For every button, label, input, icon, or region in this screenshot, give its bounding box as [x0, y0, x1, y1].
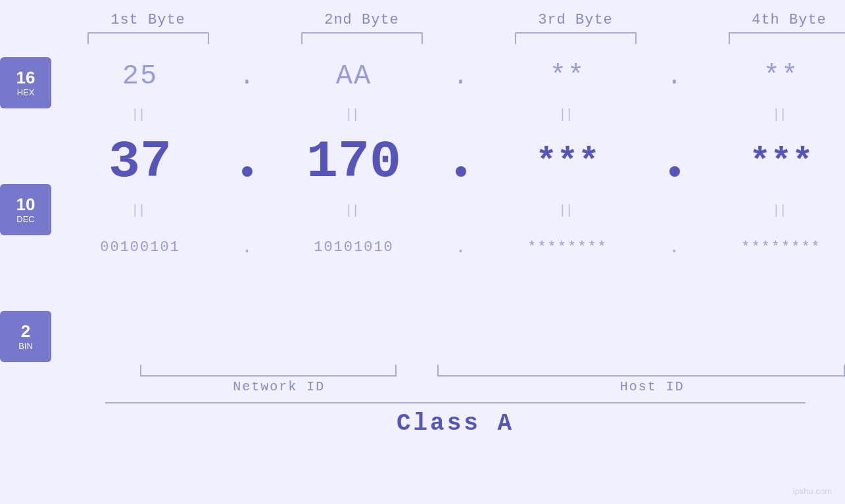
- bracket-top-b3: [487, 32, 664, 44]
- sep1-col: . .: [229, 51, 265, 273]
- top-brackets-row: [46, 32, 845, 44]
- byte1-label: 1st Byte: [59, 12, 237, 28]
- byte4-hex: **: [763, 51, 799, 102]
- byte3-dec: ***: [535, 126, 599, 198]
- bracket-top-b1: [59, 32, 237, 44]
- byte2-header-col: 2nd Byte: [273, 12, 450, 28]
- sep2-dec-dot: [456, 126, 466, 198]
- dec-badge: 10 DEC: [0, 184, 51, 235]
- badges-column: 16 HEX 10 DEC 2 BIN: [0, 51, 51, 362]
- bracket-top-line-b4: [729, 32, 846, 44]
- network-bracket-line: [140, 365, 397, 377]
- network-id-label: Network ID: [105, 379, 453, 394]
- host-id-label: Host ID: [460, 379, 845, 394]
- watermark: ipshu.com: [793, 486, 832, 496]
- host-bracket-line: [437, 365, 845, 377]
- sep1-dec-dot: [242, 126, 253, 198]
- byte-headers-row: 1st Byte 2nd Byte 3rd Byte 4th Byte: [46, 0, 845, 28]
- byte1-bin: 00100101: [100, 221, 180, 273]
- bytes-columns: 25 || 37 || 00100101 . . AA || 170 || 10…: [51, 51, 845, 273]
- byte3-equals-2: ||: [561, 198, 574, 221]
- byte2-label: 2nd Byte: [273, 12, 450, 28]
- sep3-bracket: [664, 32, 700, 44]
- sep1-header: [237, 12, 273, 28]
- byte2-equals-1: ||: [347, 102, 360, 126]
- byte1-col: 25 || 37 || 00100101: [51, 51, 229, 273]
- sep3-hex-dot: .: [667, 51, 682, 102]
- byte4-col: ** || *** || ********: [692, 51, 845, 273]
- byte1-equals-2: ||: [133, 198, 147, 221]
- bin-badge-label: BIN: [18, 341, 33, 351]
- bottom-brackets-row: [0, 365, 845, 377]
- sep1-bin-dot: .: [241, 221, 253, 273]
- hex-badge: 16 HEX: [0, 57, 51, 108]
- sep2-bin-dot: .: [455, 221, 466, 273]
- bracket-top-line-b3: [515, 32, 637, 44]
- bin-badge: 2 BIN: [0, 311, 51, 362]
- sep2-col: . .: [443, 51, 479, 273]
- class-section: Class A: [0, 402, 845, 437]
- bracket-top-b2: [273, 32, 450, 44]
- host-bracket-container: [437, 365, 845, 377]
- main-container: 1st Byte 2nd Byte 3rd Byte 4th Byte: [0, 0, 845, 504]
- byte4-equals-1: ||: [775, 102, 788, 126]
- network-bracket-container: [105, 365, 431, 377]
- sep3-header: [664, 12, 700, 28]
- byte3-label: 3rd Byte: [487, 12, 664, 28]
- bracket-top-line-b1: [87, 32, 209, 44]
- byte3-equals-1: ||: [561, 102, 574, 126]
- bracket-top-line-b2: [301, 32, 423, 44]
- byte2-bin: 10101010: [314, 221, 394, 273]
- byte4-label: 4th Byte: [700, 12, 845, 28]
- sep2-bracket: [450, 32, 487, 44]
- sep3-bin-dot: .: [669, 221, 680, 273]
- byte4-equals-2: ||: [775, 198, 788, 221]
- sep1-hex-dot: .: [239, 51, 254, 102]
- hex-badge-num: 16: [16, 68, 36, 87]
- byte1-header-col: 1st Byte: [59, 12, 237, 28]
- byte1-hex: 25: [122, 51, 158, 102]
- bin-badge-num: 2: [21, 322, 30, 341]
- class-label: Class A: [397, 410, 514, 437]
- sep1-bracket: [237, 32, 273, 44]
- hex-badge-label: HEX: [17, 87, 35, 97]
- byte1-equals-1: ||: [133, 102, 147, 126]
- dec-badge-num: 10: [16, 195, 36, 214]
- byte2-equals-2: ||: [347, 198, 360, 221]
- byte4-dec: ***: [749, 126, 813, 198]
- byte2-col: AA || 170 || 10101010: [265, 51, 443, 273]
- id-labels-row: Network ID Host ID: [0, 379, 845, 394]
- sep2-hex-dot: .: [453, 51, 468, 102]
- sep3-dec-dot: [669, 126, 680, 198]
- byte4-bin: ********: [741, 221, 821, 273]
- sep3-col: . .: [656, 51, 692, 273]
- dec-badge-label: DEC: [16, 214, 34, 224]
- byte3-bin: ********: [527, 221, 608, 273]
- byte2-hex: AA: [336, 51, 372, 102]
- data-area: 16 HEX 10 DEC 2 BIN 25 || 37 || 00100101: [0, 51, 845, 362]
- class-label-container: Class A: [105, 410, 806, 437]
- bracket-top-b4: [700, 32, 845, 44]
- byte2-dec: 170: [306, 126, 401, 198]
- byte3-col: ** || *** || ********: [479, 51, 656, 273]
- byte3-hex: **: [550, 51, 585, 102]
- sep2-header: [450, 12, 487, 28]
- byte4-header-col: 4th Byte: [700, 12, 845, 28]
- class-bracket-line: [105, 402, 806, 403]
- byte3-header-col: 3rd Byte: [487, 12, 664, 28]
- byte1-dec: 37: [109, 126, 172, 198]
